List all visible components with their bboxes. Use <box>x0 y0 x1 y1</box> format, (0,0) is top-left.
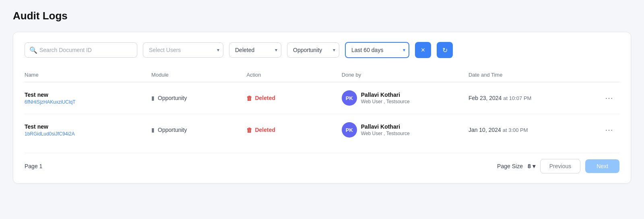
delete-icon: 🗑 <box>246 95 252 102</box>
cell-name-0: Test new 6fNHiSjzHAKuxziUClqT <box>25 92 151 105</box>
row-doc-id: 1bRGidLud0siJfC94i2A <box>25 131 151 137</box>
action-label: Deleted <box>255 127 275 133</box>
module-icon: ▮ <box>151 127 155 133</box>
search-icon: 🔍 <box>29 46 37 54</box>
user-role: Web User , Testsource <box>361 99 410 104</box>
col-name: Name <box>25 72 151 78</box>
col-action: Action <box>246 72 341 78</box>
users-select[interactable]: Select Users <box>143 42 223 58</box>
row-main-name: Test new <box>25 123 151 130</box>
module-label: Opportunity <box>158 95 187 101</box>
search-input-wrapper: 🔍 <box>25 42 137 58</box>
clear-button[interactable]: × <box>415 42 431 58</box>
more-options-button[interactable]: ⋯ <box>602 123 616 136</box>
user-name: Pallavi Kothari <box>361 123 410 130</box>
date-value: Jan 10, 2024 <box>469 127 501 133</box>
table-header: Name Module Action Done by Date and Time <box>25 68 619 82</box>
module-label: Opportunity <box>158 127 187 133</box>
users-select-wrapper: Select Users ▾ <box>143 42 223 58</box>
date-value: Feb 23, 2024 <box>469 95 502 101</box>
user-role: Web User , Testsource <box>361 131 410 136</box>
cell-datetime-1: Jan 10, 2024 at 3:00 PM <box>469 127 595 133</box>
cell-action-1: 🗑 Deleted <box>246 127 341 133</box>
page-title: Audit Logs <box>13 10 631 22</box>
cell-more-1: ⋯ <box>595 123 619 136</box>
avatar: PK <box>342 122 357 138</box>
user-name: Pallavi Kothari <box>361 92 410 98</box>
page-size-selector[interactable]: 8 ▾ <box>528 163 535 169</box>
action-select-wrapper: Deleted Created Updated ▾ <box>229 42 281 58</box>
cell-datetime-0: Feb 23, 2024 at 10:07 PM <box>469 95 595 101</box>
page-size-value: 8 <box>528 163 531 169</box>
row-main-name: Test new <box>25 92 151 98</box>
table-row: Test new 1bRGidLud0siJfC94i2A ▮ Opportun… <box>25 114 619 146</box>
user-info: Pallavi Kothari Web User , Testsource <box>361 123 410 136</box>
main-card: 🔍 Select Users ▾ Deleted Created Updated… <box>13 32 631 184</box>
table-row: Test new 6fNHiSjzHAKuxziUClqT ▮ Opportun… <box>25 82 619 114</box>
col-module: Module <box>151 72 246 78</box>
pagination-right: Page Size 8 ▾ Previous Next <box>497 159 619 173</box>
col-date-time: Date and Time <box>469 72 595 78</box>
cell-more-0: ⋯ <box>595 92 619 104</box>
date-select[interactable]: Last 60 days Last 30 days Last 7 days Al… <box>345 42 409 58</box>
time-value: at 10:07 PM <box>503 95 531 101</box>
page-size-chevron-icon: ▾ <box>533 163 535 169</box>
col-done-by: Done by <box>342 72 469 78</box>
module-select-wrapper: Opportunity Lead Contact ▾ <box>287 42 339 58</box>
action-label: Deleted <box>255 95 275 101</box>
page-label: Page 1 <box>25 163 42 169</box>
refresh-button[interactable]: ↻ <box>437 42 453 58</box>
date-select-wrapper: Last 60 days Last 30 days Last 7 days Al… <box>345 42 409 58</box>
time-value: at 3:00 PM <box>503 127 528 133</box>
cell-action-0: 🗑 Deleted <box>246 95 341 102</box>
pagination-row: Page 1 Page Size 8 ▾ Previous Next <box>25 153 619 173</box>
user-info: Pallavi Kothari Web User , Testsource <box>361 92 410 104</box>
more-options-button[interactable]: ⋯ <box>602 92 616 104</box>
cell-module-1: ▮ Opportunity <box>151 127 246 133</box>
cell-doneby-0: PK Pallavi Kothari Web User , Testsource <box>342 90 469 106</box>
page-size-label: Page Size <box>497 163 523 169</box>
next-button[interactable]: Next <box>585 159 619 173</box>
action-select[interactable]: Deleted Created Updated <box>229 42 281 58</box>
cell-doneby-1: PK Pallavi Kothari Web User , Testsource <box>342 122 469 138</box>
col-actions-empty <box>595 72 619 78</box>
search-input[interactable] <box>25 42 137 58</box>
module-icon: ▮ <box>151 95 155 101</box>
delete-icon: 🗑 <box>246 127 252 133</box>
row-doc-id: 6fNHiSjzHAKuxziUClqT <box>25 99 151 105</box>
avatar: PK <box>342 90 357 106</box>
cell-module-0: ▮ Opportunity <box>151 95 246 101</box>
table-body: Test new 6fNHiSjzHAKuxziUClqT ▮ Opportun… <box>25 82 619 146</box>
module-select[interactable]: Opportunity Lead Contact <box>287 42 339 58</box>
filters-row: 🔍 Select Users ▾ Deleted Created Updated… <box>25 42 619 58</box>
previous-button[interactable]: Previous <box>540 159 580 173</box>
cell-name-1: Test new 1bRGidLud0siJfC94i2A <box>25 123 151 137</box>
